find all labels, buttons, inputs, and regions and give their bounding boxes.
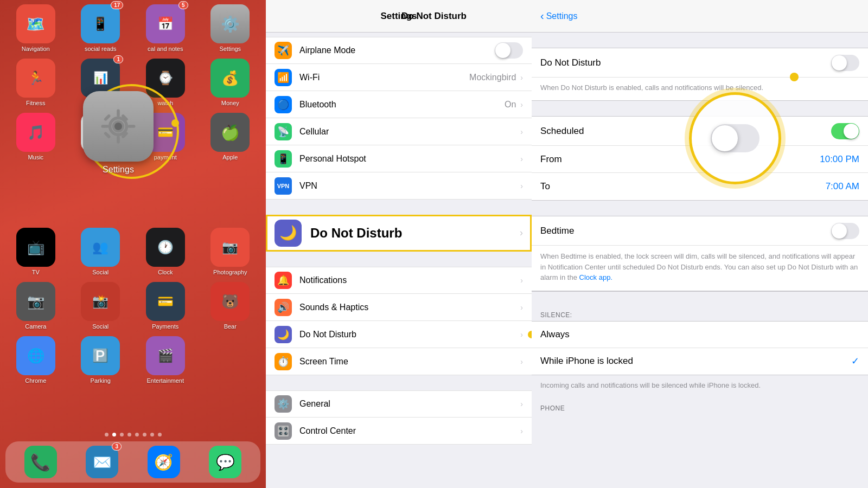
app-camera[interactable]: 📷 Camera	[5, 282, 66, 330]
label-dnd-list: Do Not Disturb	[299, 330, 520, 339]
icon-vpn: VPN	[275, 177, 292, 195]
dot-5	[135, 433, 139, 436]
app-clock[interactable]: 🕐 Clock	[135, 228, 196, 275]
label-wifi: Wi-Fi	[299, 73, 469, 82]
row-screentime[interactable]: ⏱️ Screen Time ›	[266, 348, 532, 375]
row-wifi[interactable]: 📶 Wi-Fi Mockingbird ›	[266, 64, 532, 91]
svg-rect-2	[117, 136, 120, 144]
icon-dnd-list: 🌙	[275, 326, 292, 343]
silence-always-row[interactable]: Always	[532, 321, 868, 348]
app-label-payments: Payments	[152, 323, 178, 330]
row-general[interactable]: ⚙️ General ›	[266, 390, 532, 418]
svg-rect-3	[101, 125, 109, 128]
dot-4	[127, 433, 131, 436]
svg-rect-5	[104, 114, 111, 121]
toggle-dnd-main[interactable]	[831, 55, 859, 71]
row-control-center[interactable]: 🎛️ Control Center ›	[266, 418, 532, 445]
row-hotspot[interactable]: 📱 Personal Hotspot ›	[266, 145, 532, 172]
clock-app-link[interactable]: Clock app.	[579, 273, 612, 281]
app-parking[interactable]: 🅿️ Parking	[71, 336, 131, 384]
label-general: General	[299, 399, 520, 409]
chevron-screentime: ›	[520, 357, 523, 366]
badge-mail: 3	[112, 442, 122, 451]
app-icon-navigation: 🗺️	[16, 4, 55, 43]
to-label: To	[540, 181, 826, 192]
app-label-cal-notes: cal and notes	[148, 46, 183, 52]
app-apple2[interactable]: 🍏 Apple	[200, 113, 261, 160]
settings-group-1: ✈️ Airplane Mode 📶 Wi-Fi Mockingbird › 🔵…	[266, 37, 532, 200]
app-social2[interactable]: 👥 Social	[71, 228, 131, 275]
app-social3[interactable]: 📸 Social	[71, 282, 131, 330]
dnd-detail-header: ‹ Settings Do Not Disturb	[532, 0, 868, 33]
icon-dnd: 🌙	[275, 220, 302, 247]
value-bluetooth: On	[505, 100, 516, 110]
dock-messages-icon: 💬	[209, 446, 241, 478]
icon-sounds: 🔊	[275, 299, 292, 316]
app-icon-camera: 📷	[16, 282, 55, 321]
app-icon-cal-notes: 📅 5	[146, 4, 185, 43]
app-icon-clock: 🕐	[146, 228, 185, 267]
app-label-settings-grid: Settings	[219, 46, 241, 52]
app-icon-social2: 👥	[81, 228, 120, 267]
app-fitness[interactable]: 🏃 Fitness	[5, 59, 66, 106]
dot-7	[150, 433, 154, 436]
dock-mail-icon: ✉️ 3	[86, 446, 118, 478]
settings-app-center[interactable]: Settings	[83, 91, 154, 175]
dock: 📞 ✉️ 3 🧭 💬	[5, 441, 260, 483]
dnd-scheduled-section: Scheduled From 10:00 PM To 7:00 AM	[532, 116, 868, 201]
toggle-airplane[interactable]	[495, 42, 523, 59]
app-icon-social-reads: 📱 17	[81, 4, 120, 43]
app-label-tv: TV	[32, 269, 40, 275]
app-social-reads[interactable]: 📱 17 social reads	[71, 4, 131, 52]
from-row[interactable]: From 10:00 PM	[532, 146, 868, 173]
app-icon-empty	[210, 336, 250, 375]
phone-section-label: PHONE	[532, 400, 868, 414]
dnd-connector-dot	[790, 73, 799, 81]
toggle-scheduled[interactable]	[831, 123, 859, 139]
app-money[interactable]: 💰 Money	[200, 59, 261, 106]
home-screen: 🗺️ Navigation 📱 17 social reads 📅 5 cal …	[0, 0, 266, 488]
back-button[interactable]: ‹ Settings	[540, 10, 577, 22]
row-sounds[interactable]: 🔊 Sounds & Haptics ›	[266, 294, 532, 321]
app-label-photography: Photography	[213, 269, 247, 275]
settings-list: ✈️ Airplane Mode 📶 Wi-Fi Mockingbird › 🔵…	[266, 33, 532, 488]
icon-wifi: 📶	[275, 69, 292, 86]
app-chrome[interactable]: 🌐 Chrome	[5, 336, 66, 384]
app-settings-grid[interactable]: ⚙️ Settings	[200, 4, 261, 52]
app-cal-notes[interactable]: 📅 5 cal and notes	[135, 4, 196, 52]
row-dnd[interactable]: 🌙 Do Not Disturb ›	[266, 215, 532, 252]
to-row[interactable]: To 7:00 AM	[532, 173, 868, 200]
chevron-bluetooth: ›	[520, 100, 523, 109]
app-tv[interactable]: 📺 TV	[5, 228, 66, 275]
row-cellular[interactable]: 📡 Cellular ›	[266, 118, 532, 145]
bedtime-label: Bedtime	[540, 226, 831, 236]
row-notifications[interactable]: 🔔 Notifications ›	[266, 267, 532, 294]
dnd-detail-panel: ‹ Settings Do Not Disturb Do Not Disturb…	[532, 0, 868, 488]
row-bluetooth[interactable]: 🔵 Bluetooth On ›	[266, 91, 532, 118]
app-music[interactable]: 🎵 Music	[5, 113, 66, 160]
dnd-scroll-area: Do Not Disturb When Do Not Disturb is en…	[532, 33, 868, 488]
row-vpn[interactable]: VPN VPN ›	[266, 172, 532, 200]
silence-locked-row[interactable]: While iPhone is locked ✓	[532, 348, 868, 375]
dock-mail[interactable]: ✉️ 3	[86, 446, 118, 478]
app-bear[interactable]: 🐻 Bear	[200, 282, 261, 330]
chevron-general: ›	[520, 400, 523, 408]
app-payments[interactable]: 💳 Payments	[135, 282, 196, 330]
dock-messages[interactable]: 💬	[209, 446, 241, 478]
toggle-bedtime[interactable]	[831, 223, 859, 239]
dock-phone[interactable]: 📞	[24, 446, 57, 478]
icon-airplane: ✈️	[275, 42, 292, 59]
row-airplane[interactable]: ✈️ Airplane Mode	[266, 37, 532, 64]
app-entertainment[interactable]: 🎬 Entertainment	[135, 336, 196, 384]
row-dnd-list[interactable]: 🌙 Do Not Disturb ›	[266, 321, 532, 348]
settings-label-large: Settings	[103, 165, 134, 175]
app-label-social3: Social	[92, 323, 108, 330]
dock-safari[interactable]: 🧭	[148, 446, 180, 478]
app-navigation[interactable]: 🗺️ Navigation	[5, 4, 66, 52]
checkmark-locked: ✓	[851, 355, 859, 367]
icon-bluetooth: 🔵	[275, 96, 292, 113]
settings-panel: Settings ✈️ Airplane Mode 📶 Wi-Fi Mockin…	[266, 0, 532, 488]
app-photography[interactable]: 📷 Photography	[200, 228, 261, 275]
label-bluetooth: Bluetooth	[299, 100, 505, 110]
settings-group-2: 🔔 Notifications › 🔊 Sounds & Haptics › 🌙…	[266, 267, 532, 375]
